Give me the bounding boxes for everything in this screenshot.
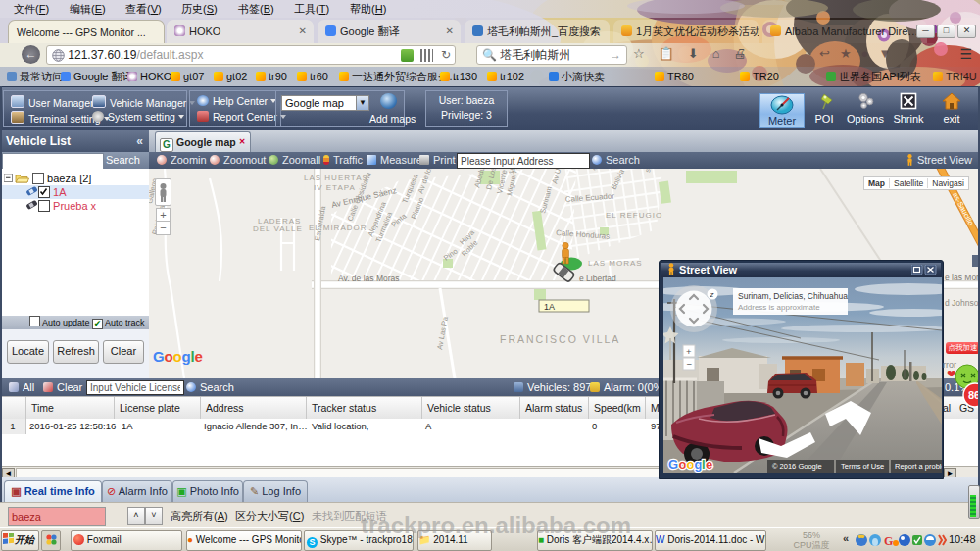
svg-text:1A: 1A: [544, 302, 555, 312]
svg-text:+: +: [686, 346, 692, 357]
svg-text:Report a problem: Report a problem: [895, 462, 942, 471]
svg-text:Address is approximate: Address is approximate: [738, 303, 820, 312]
svg-text:LAS MORAS: LAS MORAS: [588, 259, 643, 268]
svg-text:DEL VALLE: DEL VALLE: [253, 225, 303, 233]
svg-text:e: e: [706, 457, 712, 472]
svg-text:IV ETAPA: IV ETAPA: [314, 183, 356, 192]
svg-text:EL MIRADOR: EL MIRADOR: [309, 224, 368, 232]
svg-text:Terms of Use: Terms of Use: [841, 462, 884, 471]
svg-text:EL REFUGIO: EL REFUGIO: [606, 211, 662, 220]
svg-text:e Libertad: e Libertad: [579, 274, 616, 283]
svg-text:z: z: [710, 290, 714, 299]
svg-text:FRANCISCO VILLA: FRANCISCO VILLA: [500, 333, 620, 345]
svg-text:−: −: [687, 359, 693, 370]
svg-text:o: o: [679, 457, 687, 472]
svg-text:e las Mora: e las Mora: [945, 273, 980, 282]
svg-text:d Johnso: d Johnso: [945, 298, 979, 308]
svg-text:© 2016 Google: © 2016 Google: [772, 462, 822, 471]
svg-text:Surinam, Delicias, Chihuahua: Surinam, Delicias, Chihuahua: [738, 291, 848, 301]
svg-text:LAS HUERTAS: LAS HUERTAS: [304, 174, 368, 182]
svg-text:o: o: [687, 457, 695, 472]
svg-text:G: G: [668, 457, 678, 472]
svg-text:G: G: [884, 534, 893, 547]
svg-text:Google: Google: [153, 348, 203, 365]
svg-text:Av. de las Moras: Av. de las Moras: [338, 274, 400, 283]
